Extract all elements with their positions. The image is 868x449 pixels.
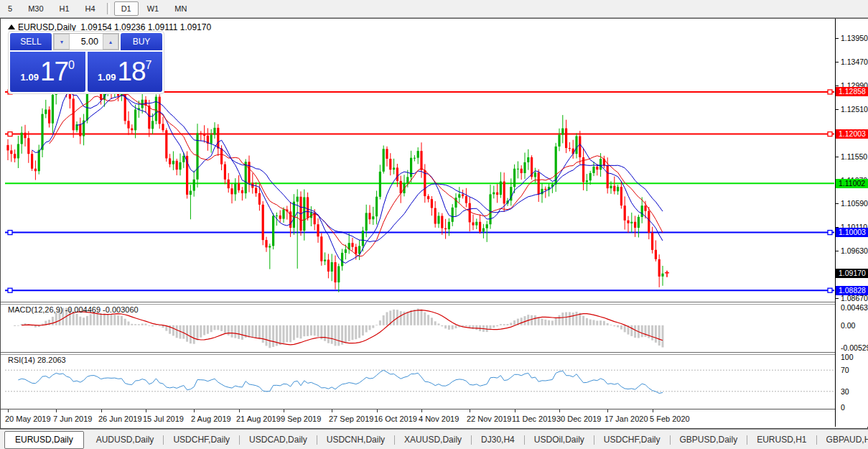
chart-tab-usdchf-daily[interactable]: USDCHF,Daily <box>164 431 239 449</box>
date-tick-label: 11 Dec 2019 <box>512 415 556 423</box>
date-tick <box>607 409 608 412</box>
price-tick-label: 1.12510 <box>841 105 868 114</box>
chart-tab-audusd-daily[interactable]: AUDUSD,Daily <box>87 431 164 449</box>
hline-price-badge: 1.08828 <box>836 286 868 295</box>
macd-tick-label: -0.005299 <box>841 343 868 352</box>
price-tick-label: 1.09630 <box>841 246 868 255</box>
hline-price-badge: 1.12858 <box>836 87 868 96</box>
date-tick-label: 21 Aug 2019 <box>236 415 281 423</box>
chart-tab-eurusd-h1[interactable]: EURUSD,H1 <box>747 431 816 449</box>
volume-input[interactable]: 5.00 <box>70 34 103 50</box>
current-price-badge: 1.09170 <box>836 269 868 278</box>
rsi-tick-label: 0 <box>841 403 845 412</box>
date-tick-label: 20 May 2019 <box>5 415 51 423</box>
hline-price-badge: 1.11002 <box>836 179 868 188</box>
hline-price-badge: 1.10003 <box>836 228 868 237</box>
bid-pip-digit: 0 <box>68 59 75 72</box>
price-tick <box>836 251 839 251</box>
timeframe-button-d1[interactable]: D1 <box>114 1 139 16</box>
price-tick <box>836 203 839 204</box>
volume-stepper: ▾ 5.00 ▴ <box>53 33 119 50</box>
bid-big-digits: 17 <box>40 57 68 87</box>
date-tick-label: 27 Sep 2019 <box>329 415 373 423</box>
date-tick <box>101 409 102 412</box>
date-axis-line <box>1 409 866 409</box>
timeframe-button-h4[interactable]: H4 <box>78 1 103 16</box>
date-tick <box>377 409 378 412</box>
chart-tab-gbpusd-daily[interactable]: GBPUSD,Daily <box>671 431 747 449</box>
date-tick-label: 9 Sep 2019 <box>281 415 321 423</box>
sell-button[interactable]: SELL <box>10 33 52 50</box>
hline-price-badge: 1.12003 <box>836 129 868 139</box>
date-tick <box>470 409 470 412</box>
date-tick <box>56 409 57 412</box>
date-tick-label: 7 Jun 2019 <box>53 415 92 423</box>
date-tick <box>194 409 195 412</box>
price-tick-label: 1.11550 <box>841 152 867 161</box>
rsi-label: RSI(14) 28.2063 <box>8 356 66 364</box>
chart-tab-usdcnh-daily[interactable]: USDCNH,Daily <box>317 431 394 449</box>
rsi-canvas[interactable] <box>5 354 834 407</box>
ask-price-button[interactable]: 1.09 18 7 <box>88 52 163 92</box>
date-tick <box>8 409 9 412</box>
chart-tab-dj30-h4[interactable]: DJ30,H4 <box>472 431 524 449</box>
price-tick <box>836 38 839 39</box>
rsi-tick-label: 30 <box>841 387 849 396</box>
chart-tab-bar: EURUSD,DailyAUDUSD,DailyUSDCHF,DailyUSDC… <box>0 429 868 449</box>
bid-price-button[interactable]: 1.09 17 0 <box>10 52 85 92</box>
price-tick <box>836 157 839 157</box>
timeframe-button-5[interactable]: 5 <box>1 1 19 16</box>
date-tick <box>559 409 560 412</box>
one-click-trade-panel: SELL ▾ 5.00 ▴ BUY 1.09 17 0 1.09 18 7 <box>8 31 164 94</box>
price-tick <box>836 298 839 299</box>
ask-big-digits: 18 <box>117 57 145 87</box>
date-tick-label: 16 Oct 2019 <box>374 415 417 423</box>
chart-tab-xauusd-daily[interactable]: XAUUSD,Daily <box>395 431 471 449</box>
timeframe-button-mn[interactable]: MN <box>167 1 194 16</box>
date-tick <box>421 409 422 412</box>
date-tick <box>653 409 653 412</box>
volume-increase-icon[interactable]: ▴ <box>103 34 118 50</box>
date-tick <box>146 409 146 412</box>
date-tick <box>332 409 332 412</box>
macd-tick-label: 0.00463 <box>841 303 868 312</box>
rsi-tick-label: 70 <box>841 366 849 374</box>
price-tick <box>836 85 839 86</box>
collapse-trade-panel-icon[interactable] <box>8 24 15 29</box>
macd-label: MACD(12,26,9) -0.004469 -0.003060 <box>8 305 139 314</box>
date-tick <box>515 409 515 412</box>
timeframe-toolbar: 5M30H1H4D1W1MN <box>0 0 868 18</box>
price-tick-label: 1.13470 <box>841 57 868 66</box>
buy-button[interactable]: BUY <box>121 33 162 50</box>
rsi-indicator-pane[interactable]: RSI(14) 28.2063 <box>5 354 834 409</box>
date-tick-label: 2 Aug 2019 <box>191 415 231 423</box>
macd-tick-label: 0.00 <box>841 321 855 330</box>
volume-decrease-icon[interactable]: ▾ <box>54 34 70 50</box>
price-tick <box>836 62 839 63</box>
price-tick-label: 1.13950 <box>841 34 868 42</box>
date-tick <box>239 409 240 412</box>
ask-pip-digit: 7 <box>146 59 152 72</box>
macd-indicator-pane[interactable]: MACD(12,26,9) -0.004469 -0.003060 <box>5 304 834 352</box>
ask-prefix: 1.09 <box>98 72 116 83</box>
chart-tab-usdoil-daily[interactable]: USDOil,Daily <box>525 431 594 449</box>
price-tick <box>836 109 839 110</box>
toolbar-separator <box>107 3 110 14</box>
rsi-tick-label: 100 <box>841 353 854 361</box>
price-axis[interactable]: 1.139501.134701.129901.125101.120301.115… <box>835 19 868 427</box>
date-tick-label: 30 Dec 2019 <box>556 415 601 423</box>
date-tick-label: 22 Nov 2019 <box>467 415 511 423</box>
date-tick-label: 4 Nov 2019 <box>419 415 459 423</box>
chart-tab-eurusd-daily[interactable]: EURUSD,Daily <box>4 431 84 449</box>
timeframe-button-m30[interactable]: M30 <box>21 1 50 16</box>
chart-tab-usdcad-daily[interactable]: USDCAD,Daily <box>240 431 317 449</box>
date-tick-label: 5 Feb 2020 <box>650 415 690 423</box>
date-tick-label: 15 Jul 2019 <box>143 415 184 423</box>
timeframe-button-w1[interactable]: W1 <box>140 1 167 16</box>
bid-prefix: 1.09 <box>21 72 39 83</box>
timeframe-button-h1[interactable]: H1 <box>52 1 77 16</box>
chart-tab-usdchf-daily[interactable]: USDCHF,Daily <box>594 431 670 449</box>
price-tick-label: 1.10590 <box>841 199 868 208</box>
date-tick-label: 26 Jun 2019 <box>98 415 142 423</box>
chart-tab-gbpaud-h1[interactable]: GBPAUD,H1 <box>817 431 868 449</box>
